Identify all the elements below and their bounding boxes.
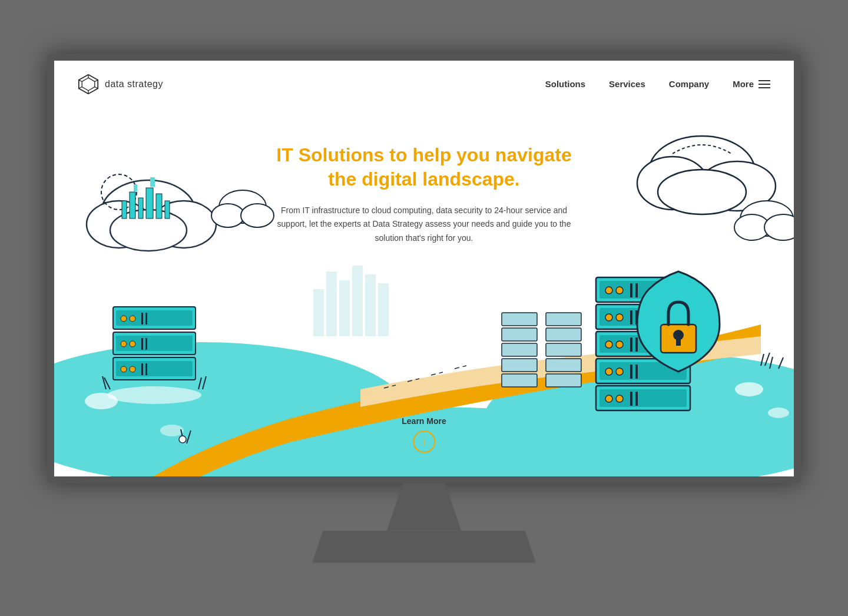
svg-rect-12 — [352, 266, 363, 336]
svg-point-101 — [616, 395, 623, 402]
svg-rect-33 — [122, 201, 127, 218]
nav-services[interactable]: Services — [609, 79, 645, 89]
svg-rect-45 — [141, 313, 143, 324]
svg-rect-69 — [546, 313, 581, 326]
svg-point-94 — [605, 368, 612, 375]
svg-rect-106 — [676, 339, 681, 346]
svg-rect-70 — [546, 328, 581, 341]
learn-more-button[interactable]: ↓ — [413, 430, 435, 453]
navbar: data strategy Solutions Services Company… — [54, 61, 794, 108]
monitor-screen: data strategy Solutions Services Company… — [47, 54, 801, 483]
svg-point-117 — [179, 436, 186, 443]
nav-solutions[interactable]: Solutions — [545, 79, 585, 89]
svg-rect-64 — [502, 313, 537, 326]
svg-rect-66 — [502, 343, 537, 356]
svg-rect-72 — [546, 359, 581, 372]
svg-point-63 — [107, 386, 201, 404]
monitor-stand-base — [312, 531, 536, 563]
svg-point-56 — [130, 366, 135, 372]
svg-point-29 — [658, 170, 746, 214]
arrow-down-icon: ↓ — [422, 436, 426, 447]
hero-title: IT Solutions to help you navigate the di… — [265, 143, 583, 192]
svg-point-88 — [605, 341, 612, 348]
svg-point-43 — [121, 316, 127, 322]
svg-point-111 — [85, 393, 118, 409]
svg-point-82 — [605, 314, 612, 321]
svg-rect-65 — [502, 328, 537, 341]
svg-point-49 — [121, 341, 127, 347]
svg-point-112 — [160, 425, 184, 436]
svg-point-113 — [735, 382, 763, 396]
svg-rect-58 — [145, 363, 147, 375]
svg-rect-96 — [630, 365, 632, 379]
learn-more-label: Learn More — [402, 416, 446, 426]
learn-more-section[interactable]: Learn More ↓ — [402, 416, 446, 453]
svg-point-100 — [605, 395, 612, 402]
svg-rect-91 — [635, 337, 638, 352]
svg-rect-11 — [339, 280, 350, 336]
hero-subtitle: From IT infrastructure to cloud computin… — [265, 204, 583, 246]
svg-point-114 — [768, 408, 789, 418]
svg-rect-39 — [134, 184, 137, 191]
svg-rect-10 — [326, 271, 337, 336]
logo[interactable]: data strategy — [78, 74, 163, 95]
svg-rect-71 — [546, 343, 581, 356]
svg-rect-36 — [146, 188, 153, 218]
hamburger-icon — [758, 80, 770, 88]
svg-rect-42 — [116, 310, 193, 326]
nav-links: Solutions Services Company More — [545, 79, 770, 89]
svg-rect-37 — [156, 194, 162, 218]
svg-rect-48 — [116, 336, 193, 351]
svg-rect-38 — [165, 201, 170, 218]
hero-text-block: IT Solutions to help you navigate the di… — [265, 143, 583, 246]
svg-rect-97 — [635, 365, 638, 379]
svg-rect-79 — [635, 283, 638, 297]
svg-rect-13 — [365, 274, 376, 336]
svg-rect-67 — [502, 359, 537, 372]
svg-rect-35 — [138, 198, 143, 218]
svg-rect-9 — [313, 289, 324, 336]
nav-company[interactable]: Company — [669, 79, 709, 89]
logo-text: data strategy — [105, 79, 163, 90]
svg-rect-51 — [141, 338, 143, 350]
svg-point-24 — [211, 204, 244, 227]
svg-marker-1 — [82, 78, 95, 91]
svg-point-83 — [616, 314, 623, 321]
svg-rect-68 — [502, 374, 537, 387]
monitor-wrapper: data strategy Solutions Services Company… — [47, 54, 801, 563]
svg-point-32 — [764, 214, 794, 240]
svg-point-50 — [130, 341, 135, 347]
svg-rect-57 — [141, 363, 143, 375]
svg-rect-46 — [145, 313, 147, 324]
svg-rect-102 — [630, 392, 632, 406]
svg-rect-34 — [130, 192, 135, 218]
svg-point-44 — [130, 316, 135, 322]
svg-point-77 — [616, 287, 623, 294]
svg-rect-73 — [546, 374, 581, 387]
svg-rect-103 — [635, 392, 638, 406]
svg-point-76 — [605, 287, 612, 294]
svg-rect-14 — [378, 283, 389, 336]
svg-point-95 — [616, 368, 623, 375]
hero-section: IT Solutions to help you navigate the di… — [54, 108, 794, 476]
nav-more[interactable]: More — [733, 79, 770, 89]
svg-rect-54 — [116, 361, 193, 376]
svg-point-89 — [616, 341, 623, 348]
svg-rect-90 — [630, 337, 632, 352]
logo-icon — [78, 74, 99, 95]
svg-rect-84 — [630, 310, 632, 324]
svg-rect-52 — [145, 338, 147, 350]
svg-rect-40 — [150, 177, 155, 187]
svg-rect-78 — [630, 283, 632, 297]
monitor-stand-neck — [371, 483, 477, 531]
svg-point-55 — [121, 366, 127, 372]
